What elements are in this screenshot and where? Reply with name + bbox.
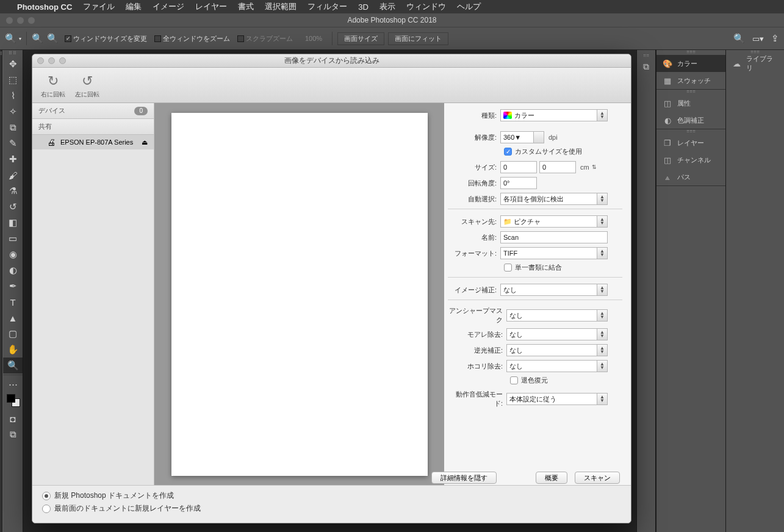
history-brush-tool-icon[interactable]: ↺: [3, 199, 23, 215]
panel-tab-library[interactable]: ☁ライブラリ: [726, 55, 784, 72]
color-label: カラー: [677, 59, 697, 68]
scan-button[interactable]: スキャン: [575, 472, 620, 484]
menu-file[interactable]: ファイル: [83, 1, 115, 12]
menu-layer[interactable]: レイヤー: [195, 1, 227, 12]
color-swatches[interactable]: [3, 392, 23, 411]
share-icon[interactable]: ⇪: [771, 33, 779, 44]
zoom-tool-icon[interactable]: 🔍: [3, 358, 23, 373]
autoselect-select[interactable]: 各項目を個別に検出▲▼: [500, 193, 608, 205]
rotate-left-button[interactable]: ↺ 左に回転: [75, 72, 99, 99]
gradient-tool-icon[interactable]: ▭: [3, 231, 23, 246]
dialog-close-icon[interactable]: [37, 57, 44, 64]
hand-tool-icon[interactable]: ✋: [3, 342, 23, 358]
size-unit-stepper-icon[interactable]: ⇅: [592, 164, 597, 170]
resolution-combo[interactable]: 360▼: [500, 131, 544, 143]
stamp-tool-icon[interactable]: ⚗: [3, 183, 23, 199]
imgcorr-select[interactable]: なし▲▼: [500, 284, 608, 296]
edit-toolbar-icon[interactable]: ⋯: [3, 376, 23, 392]
menu-filter[interactable]: フィルター: [307, 1, 347, 12]
zoom-in-icon[interactable]: 🔍: [32, 33, 43, 44]
quiet-select[interactable]: 本体設定に従う▲▼: [506, 393, 608, 405]
menu-window[interactable]: ウィンドウ: [406, 1, 446, 12]
pen-tool-icon[interactable]: ✒: [3, 278, 23, 294]
fade-restore-checkbox[interactable]: [510, 376, 518, 384]
name-input[interactable]: Scan: [500, 231, 608, 243]
menu-view[interactable]: 表示: [379, 1, 395, 12]
quickmask-icon[interactable]: ◘: [3, 411, 23, 426]
backlight-select[interactable]: なし▲▼: [506, 344, 608, 356]
format-select[interactable]: TIFF▲▼: [500, 247, 608, 259]
dodge-tool-icon[interactable]: ◐: [3, 262, 23, 278]
search-icon[interactable]: 🔍: [733, 33, 745, 44]
angle-input[interactable]: 0°: [500, 177, 537, 189]
size-label: サイズ:: [448, 163, 500, 172]
dropdown-icon[interactable]: ▾: [19, 36, 21, 41]
menu-image[interactable]: イメージ: [153, 1, 184, 12]
custom-size-checkbox[interactable]: ✓: [504, 148, 512, 156]
shape-tool-icon[interactable]: ▢: [3, 326, 23, 342]
workspace-switcher-icon[interactable]: ▭▾: [752, 34, 764, 43]
marquee-tool-icon[interactable]: ⬚: [3, 72, 23, 88]
magic-wand-tool-icon[interactable]: ✧: [3, 104, 23, 120]
move-tool-icon[interactable]: ✥: [3, 56, 23, 72]
panel-tab-channels[interactable]: ◫チャンネル: [656, 151, 725, 168]
eyedropper-tool-icon[interactable]: ✎: [3, 135, 23, 151]
path-select-tool-icon[interactable]: ▲: [3, 310, 23, 326]
history-panel-icon[interactable]: ⧉: [637, 59, 655, 74]
swatches-icon: ▦: [663, 76, 672, 85]
eject-icon[interactable]: ⏏: [142, 138, 148, 146]
scanto-value: ピクチャ: [514, 217, 541, 226]
zoom-all-checkbox[interactable]: [154, 35, 161, 42]
menu-3d[interactable]: 3D: [358, 2, 369, 12]
type-tool-icon[interactable]: T: [3, 294, 23, 310]
scrub-zoom-checkbox: [237, 35, 244, 42]
resize-window-checkbox[interactable]: [65, 35, 71, 42]
kind-select[interactable]: カラー▲▼: [500, 109, 608, 121]
dust-select[interactable]: なし▲▼: [506, 360, 608, 372]
rotate-right-button[interactable]: ↻ 右に回転: [41, 72, 65, 99]
unsharp-select[interactable]: なし▲▼: [506, 309, 608, 322]
new-layer-radio[interactable]: [42, 505, 51, 513]
dialog-minimize-icon[interactable]: [48, 57, 55, 64]
panel-tab-swatches[interactable]: ▦スウォッチ: [656, 72, 725, 89]
panel-tab-layers[interactable]: ❐レイヤー: [656, 134, 725, 151]
close-window-icon[interactable]: [6, 17, 13, 24]
new-document-radio[interactable]: [42, 492, 51, 500]
zoom-all-label: 全ウィンドウをズーム: [163, 34, 230, 43]
combine-checkbox[interactable]: [504, 264, 512, 271]
zoom-out-icon[interactable]: 🔍: [47, 33, 59, 44]
hide-details-button[interactable]: 詳細情報を隠す: [431, 472, 497, 484]
menu-edit[interactable]: 編集: [126, 1, 142, 12]
moire-select[interactable]: なし▲▼: [506, 328, 608, 340]
menu-select[interactable]: 選択範囲: [265, 1, 297, 12]
lasso-tool-icon[interactable]: ⌇: [3, 88, 23, 104]
size-unit[interactable]: cm: [580, 164, 589, 171]
screenmode-icon[interactable]: ⧉: [3, 426, 23, 442]
scanto-select[interactable]: 📁ピクチャ▲▼: [500, 215, 608, 228]
tool-preset-icon[interactable]: 🔍: [5, 33, 16, 44]
panel-tab-adjustments[interactable]: ◐色調補正: [656, 112, 725, 129]
fit-on-screen-button[interactable]: 画面にフィット: [388, 32, 448, 45]
blur-tool-icon[interactable]: ◉: [3, 246, 23, 262]
sidebar-item-printer[interactable]: 🖨 EPSON EP-807A Series ⏏: [32, 135, 154, 149]
panel-tab-properties[interactable]: ◫属性: [656, 95, 725, 112]
panel-tab-paths[interactable]: ⟁パス: [656, 168, 725, 185]
overview-button[interactable]: 概要: [536, 472, 567, 484]
foreground-color-swatch[interactable]: [7, 394, 15, 403]
panel-tab-color[interactable]: 🎨カラー: [656, 55, 725, 72]
menu-help[interactable]: ヘルプ: [457, 1, 481, 12]
maximize-window-icon[interactable]: [28, 17, 35, 24]
scan-preview[interactable]: [154, 103, 444, 485]
app-menu[interactable]: Photoshop CC: [17, 2, 72, 12]
eraser-tool-icon[interactable]: ◧: [3, 215, 23, 231]
healing-tool-icon[interactable]: ✚: [3, 151, 23, 167]
zoom-value-input[interactable]: [300, 35, 327, 42]
crop-tool-icon[interactable]: ⧉: [3, 120, 23, 135]
minimize-window-icon[interactable]: [17, 17, 24, 24]
size-width-input[interactable]: 0: [500, 161, 537, 173]
brush-tool-icon[interactable]: 🖌: [3, 167, 23, 183]
menu-type[interactable]: 書式: [238, 1, 254, 12]
fit-screen-button[interactable]: 画面サイズ: [337, 32, 384, 45]
size-height-input[interactable]: 0: [539, 161, 576, 173]
dialog-zoom-icon[interactable]: [59, 57, 66, 64]
